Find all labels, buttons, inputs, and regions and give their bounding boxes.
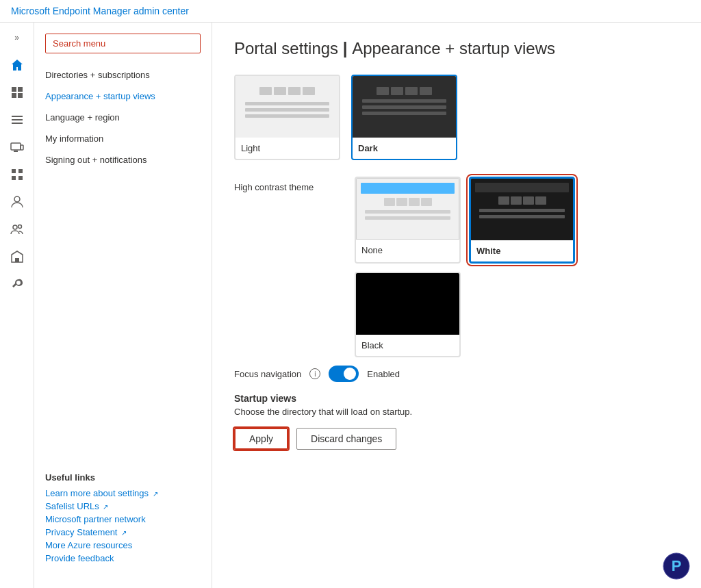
admin-center-link[interactable]: Microsoft Endpoint Manager admin center bbox=[11, 5, 189, 16]
sidebar-item-tenant[interactable] bbox=[5, 244, 29, 269]
sidebar-item-tools[interactable] bbox=[5, 272, 29, 296]
svg-rect-11 bbox=[18, 169, 23, 173]
light-theme-label: Light bbox=[235, 138, 339, 159]
startup-views-section: Startup views Choose the directory that … bbox=[234, 393, 679, 417]
focus-nav-label: Focus navigation bbox=[234, 369, 301, 379]
svg-text:P: P bbox=[672, 557, 682, 574]
theme-card-dark[interactable]: Dark bbox=[351, 75, 457, 160]
hc-row-2: Black bbox=[355, 272, 575, 357]
discard-changes-button[interactable]: Discard changes bbox=[296, 428, 396, 450]
startup-views-title: Startup views bbox=[234, 393, 679, 404]
action-buttons-row: Apply Discard changes bbox=[234, 428, 679, 450]
svg-rect-17 bbox=[15, 258, 19, 262]
focus-nav-info-icon[interactable]: i bbox=[309, 368, 320, 379]
svg-point-14 bbox=[14, 196, 20, 202]
dark-theme-label: Dark bbox=[353, 138, 456, 159]
sidebar-item-users[interactable] bbox=[5, 190, 29, 214]
external-icon-3: ↗ bbox=[121, 529, 127, 537]
sidebar-item-dashboard[interactable] bbox=[5, 80, 29, 105]
svg-rect-6 bbox=[12, 123, 23, 124]
page-title: Portal settings | Appearance + startup v… bbox=[234, 39, 679, 58]
sidebar-item-menu[interactable] bbox=[5, 107, 29, 132]
none-preview bbox=[356, 178, 459, 240]
partner-network-link[interactable]: Microsoft partner network bbox=[45, 514, 201, 524]
provide-feedback-link[interactable]: Provide feedback bbox=[45, 553, 201, 563]
external-icon-1: ↗ bbox=[153, 490, 158, 498]
theme-selection-area: Light Dark bbox=[234, 75, 679, 160]
main-content: Portal settings | Appearance + startup v… bbox=[212, 23, 701, 588]
hc-card-white[interactable]: White bbox=[469, 177, 575, 264]
svg-rect-4 bbox=[12, 116, 23, 117]
svg-rect-0 bbox=[12, 87, 16, 92]
sidebar-item-devices[interactable] bbox=[5, 135, 29, 159]
hc-row-1: None bbox=[355, 177, 575, 264]
hc-card-black[interactable]: Black bbox=[355, 272, 461, 357]
focus-nav-toggle-label: Enabled bbox=[367, 369, 400, 379]
nav-item-appearance[interactable]: Appearance + startup views bbox=[34, 86, 212, 107]
light-preview bbox=[235, 76, 339, 138]
useful-links-title: Useful links bbox=[45, 472, 201, 483]
hc-card-none[interactable]: None bbox=[355, 177, 461, 264]
svg-rect-13 bbox=[18, 176, 23, 180]
hc-cards-container: None bbox=[355, 177, 575, 357]
hc-none-label: None bbox=[356, 240, 459, 261]
search-menu-input[interactable] bbox=[45, 34, 201, 53]
toggle-knob bbox=[344, 368, 356, 380]
svg-point-15 bbox=[13, 225, 17, 229]
svg-rect-5 bbox=[12, 119, 23, 120]
sidebar-item-apps[interactable] bbox=[5, 162, 29, 187]
hc-black-label: Black bbox=[356, 335, 459, 356]
sidebar-item-groups[interactable] bbox=[5, 217, 29, 242]
high-contrast-label: High contrast theme bbox=[234, 182, 344, 192]
svg-point-16 bbox=[18, 225, 21, 229]
sidebar: » bbox=[0, 23, 34, 588]
sidebar-collapse-button[interactable]: » bbox=[5, 28, 29, 47]
white-preview bbox=[471, 179, 573, 240]
safelist-urls-link[interactable]: Safelist URLs ↗ bbox=[45, 501, 201, 511]
focus-navigation-row: Focus navigation i Enabled bbox=[234, 366, 679, 382]
top-bar: Microsoft Endpoint Manager admin center bbox=[0, 0, 701, 23]
useful-links-section: Useful links Learn more about settings ↗… bbox=[34, 461, 212, 577]
sidebar-item-home[interactable] bbox=[5, 53, 29, 77]
dark-preview bbox=[353, 76, 456, 138]
hc-white-label: White bbox=[471, 240, 573, 261]
high-contrast-section: High contrast theme bbox=[234, 177, 679, 357]
left-nav: Directories + subscriptions Appearance +… bbox=[34, 23, 212, 588]
nav-item-language[interactable]: Language + region bbox=[34, 107, 212, 128]
svg-rect-8 bbox=[21, 145, 23, 150]
svg-rect-9 bbox=[14, 151, 18, 152]
azure-resources-link[interactable]: More Azure resources bbox=[45, 540, 201, 550]
svg-rect-12 bbox=[12, 176, 16, 180]
svg-rect-2 bbox=[12, 93, 16, 98]
svg-rect-7 bbox=[11, 143, 21, 150]
watermark: P bbox=[663, 552, 690, 580]
theme-card-light[interactable]: Light bbox=[234, 75, 340, 160]
apply-button[interactable]: Apply bbox=[234, 428, 288, 450]
startup-views-description: Choose the directory that will load on s… bbox=[234, 407, 679, 417]
nav-item-signing-out[interactable]: Signing out + notifications bbox=[34, 149, 212, 170]
learn-more-link[interactable]: Learn more about settings ↗ bbox=[45, 488, 201, 498]
nav-item-directories[interactable]: Directories + subscriptions bbox=[34, 64, 212, 86]
svg-rect-1 bbox=[18, 87, 23, 92]
privacy-statement-link[interactable]: Privacy Statement ↗ bbox=[45, 527, 201, 537]
svg-rect-10 bbox=[12, 169, 16, 173]
nav-item-my-information[interactable]: My information bbox=[34, 128, 212, 149]
svg-rect-3 bbox=[18, 93, 23, 98]
focus-nav-toggle[interactable] bbox=[329, 366, 359, 382]
external-icon-2: ↗ bbox=[103, 503, 108, 511]
black-preview bbox=[356, 273, 459, 335]
